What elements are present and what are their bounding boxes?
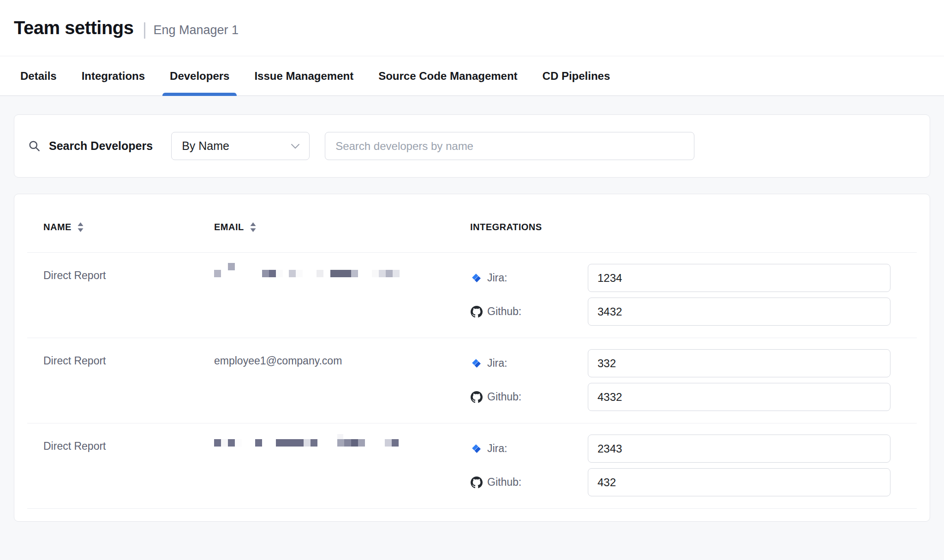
redacted-pixel-block [344,439,351,447]
redacted-pixel-block [351,439,358,447]
integrations-cell: Jira: Github: [456,264,917,326]
jira-integration-row: Jira: [470,435,917,463]
redacted-pixel-block [269,270,276,277]
tab-details[interactable]: Details [20,56,57,95]
developer-name: Direct Report [27,264,198,326]
search-filter-select[interactable]: By Name [171,132,310,160]
title-separator [144,22,145,39]
column-header-name: NAME [27,222,198,232]
redacted-pixel-block [296,270,303,277]
github-id-input[interactable] [588,468,890,496]
developer-email: employee1@company.com [198,349,456,411]
developer-name: Direct Report [27,349,198,411]
github-integration-row: Github: [470,468,917,496]
jira-icon [470,272,483,284]
jira-id-input[interactable] [588,435,890,463]
redacted-pixel-block [386,270,393,277]
developer-email [198,435,456,496]
github-integration-row: Github: [470,383,917,411]
jira-label: Jira: [487,357,507,369]
jira-id-input[interactable] [588,349,890,377]
redacted-pixel-block [289,270,296,277]
search-filter-value: By Name [182,139,229,153]
github-label: Github: [487,391,521,403]
redacted-email [214,434,456,455]
github-id-input[interactable] [588,298,890,326]
column-header-email: EMAIL [198,222,456,232]
redacted-pixel-block [235,439,242,447]
redacted-pixel-block [304,439,311,447]
integrations-cell: Jira: Github: [456,349,917,411]
github-id-input[interactable] [588,383,890,411]
column-label-email: EMAIL [214,222,244,232]
column-label-integrations: INTEGRATIONS [470,222,542,232]
redacted-pixel-block [379,270,386,277]
page-header: Team settings Eng Manager 1 [0,0,944,56]
jira-integration-row: Jira: [470,264,917,292]
tab-integrations[interactable]: Integrations [82,56,145,95]
github-icon [470,477,483,489]
redacted-pixel-block [276,270,283,277]
table-row: Direct Report Jira: [27,423,917,509]
redacted-pixel-block [317,270,323,277]
redacted-pixel-block [255,439,262,447]
redacted-pixel-block [311,439,317,447]
tab-developers[interactable]: Developers [170,56,229,95]
column-label-name: NAME [43,222,72,232]
table-row: Direct Report Jira: [27,253,917,338]
search-panel: Search Developers By Name [14,114,930,178]
redacted-pixel-block [276,439,304,447]
main-content: Search Developers By Name NAME [0,96,944,540]
redacted-pixel-block [372,270,379,277]
redacted-pixel-block [214,270,221,277]
jira-icon [470,357,483,369]
jira-label: Jira: [487,442,507,455]
jira-id-input[interactable] [588,264,890,292]
redacted-email [214,263,456,284]
github-icon [470,306,483,318]
tab-issue-management[interactable]: Issue Management [254,56,353,95]
sort-icon-name[interactable] [77,222,84,232]
chevron-down-icon [291,143,300,149]
redacted-pixel-block [337,439,344,447]
team-name: Eng Manager 1 [154,23,239,37]
redacted-pixel-block [228,439,235,447]
tab-bar: Details Integrations Developers Issue Ma… [0,56,944,96]
redacted-pixel-block [385,439,392,447]
search-input[interactable] [325,132,694,160]
table-header-row: NAME EMAIL INTEGRATIONS [27,194,917,253]
redacted-pixel-block [392,439,399,447]
github-label: Github: [487,305,521,318]
redacted-pixel-block [330,270,351,277]
github-label: Github: [487,476,521,489]
redacted-pixel-block [228,263,235,270]
tab-cd-pipelines[interactable]: CD Pipelines [543,56,610,95]
redacted-pixel-block [262,270,269,277]
column-header-integrations: INTEGRATIONS [456,222,917,232]
sort-icon-email[interactable] [250,222,257,232]
redacted-pixel-block [358,439,365,447]
page-title: Team settings [14,18,134,38]
jira-icon [470,443,483,454]
search-label: Search Developers [49,139,153,153]
jira-label: Jira: [487,272,507,284]
table-row: Direct Report employee1@company.com Jira… [27,338,917,423]
developers-table: NAME EMAIL INTEGRATIONS [14,194,930,522]
integrations-cell: Jira: Github: [456,435,917,496]
redacted-pixel-block [351,270,358,277]
github-icon [470,391,483,403]
redacted-pixel-block [393,270,400,277]
redacted-pixel-block [214,439,221,447]
github-integration-row: Github: [470,298,917,326]
developer-name: Direct Report [27,435,198,496]
developer-email [198,264,456,326]
jira-integration-row: Jira: [470,349,917,377]
redacted-pixel-block [221,439,228,447]
search-icon [28,140,41,152]
tab-source-code-management[interactable]: Source Code Management [378,56,517,95]
